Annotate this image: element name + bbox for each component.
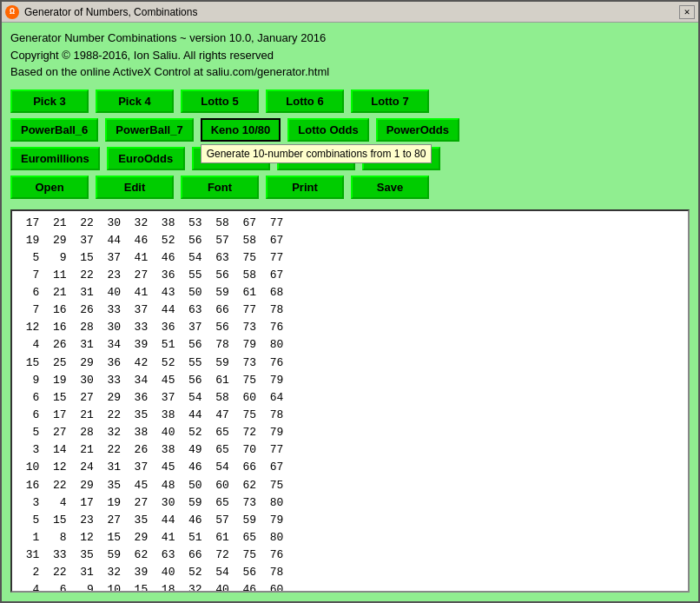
pick3-button[interactable]: Pick 3 bbox=[10, 89, 89, 113]
table-row: 16 22 29 35 45 48 50 60 62 75 bbox=[19, 477, 681, 494]
open-button[interactable]: Open bbox=[10, 176, 89, 199]
title-bar-left: Ω Generator of Numbers, Combinations bbox=[5, 5, 197, 19]
table-row: 3 4 17 19 27 30 59 65 73 80 bbox=[19, 494, 681, 512]
print-button[interactable]: Print bbox=[266, 176, 344, 199]
button-row-2: PowerBall_6 PowerBall_7 Keno 10/80 Gener… bbox=[10, 118, 690, 142]
lotto-odds-button[interactable]: Lotto Odds bbox=[287, 118, 368, 142]
table-row: 19 29 37 44 46 52 56 57 58 67 bbox=[19, 232, 681, 249]
power-odds-button[interactable]: PowerOdds bbox=[376, 118, 459, 142]
pick4-button[interactable]: Pick 4 bbox=[96, 89, 174, 113]
table-row: 5 27 28 32 38 40 52 65 72 79 bbox=[19, 424, 681, 441]
keno-button[interactable]: Keno 10/80 bbox=[201, 118, 281, 142]
table-row: 5 9 15 37 41 46 54 63 75 77 bbox=[19, 249, 681, 267]
table-row: 10 12 24 31 37 45 46 54 66 67 bbox=[19, 459, 681, 476]
app-icon: Ω bbox=[5, 5, 19, 19]
save-button[interactable]: Save bbox=[351, 176, 429, 199]
main-window: Ω Generator of Numbers, Combinations ✕ G… bbox=[0, 0, 700, 603]
lotto7-button[interactable]: Lotto 7 bbox=[351, 89, 429, 113]
button-row-1: Pick 3 Pick 4 Lotto 5 Lotto 6 Lotto 7 bbox=[10, 89, 690, 113]
header-line1: Generator Number Combinations ~ version … bbox=[10, 30, 690, 47]
powerball6-button[interactable]: PowerBall_6 bbox=[10, 118, 98, 142]
data-area[interactable]: 17 21 22 30 32 38 53 58 67 77 19 29 37 4… bbox=[12, 211, 688, 592]
lotto5-button[interactable]: Lotto 5 bbox=[181, 89, 259, 113]
table-row: 6 21 31 40 41 43 50 59 61 68 bbox=[19, 284, 681, 302]
table-row: 31 33 35 59 62 63 66 72 75 76 bbox=[19, 547, 681, 564]
header-line2: Copyright © 1988-2016, Ion Saliu. All ri… bbox=[10, 47, 690, 64]
table-row: 2 22 31 32 39 40 52 54 56 78 bbox=[19, 564, 681, 581]
lotto6-button[interactable]: Lotto 6 bbox=[266, 89, 344, 113]
table-row: 17 21 22 30 32 38 53 58 67 77 bbox=[19, 215, 681, 232]
keno-tooltip-container: Keno 10/80 Generate 10-number combinatio… bbox=[201, 118, 281, 142]
table-row: 4 6 9 10 15 18 32 40 46 60 bbox=[19, 581, 681, 591]
euro-odds-button[interactable]: EuroOdds bbox=[107, 147, 185, 170]
table-row: 1 8 12 15 29 41 51 61 65 80 bbox=[19, 529, 681, 547]
header-info: Generator Number Combinations ~ version … bbox=[2, 23, 698, 84]
table-row: 5 15 23 27 35 44 46 57 59 79 bbox=[19, 512, 681, 529]
table-row: 7 16 26 33 37 44 63 66 77 78 bbox=[19, 302, 681, 319]
window-title: Generator of Numbers, Combinations bbox=[24, 6, 197, 18]
font-button[interactable]: Font bbox=[181, 176, 259, 199]
table-row: 3 14 21 22 26 38 49 65 70 77 bbox=[19, 441, 681, 459]
title-bar: Ω Generator of Numbers, Combinations ✕ bbox=[2, 2, 698, 23]
table-row: 6 17 21 22 35 38 44 47 75 78 bbox=[19, 407, 681, 424]
button-row-4: Open Edit Font Print Save bbox=[10, 176, 690, 199]
edit-button[interactable]: Edit bbox=[96, 176, 174, 199]
euromillions-button[interactable]: Euromillions bbox=[10, 147, 100, 170]
keno-tooltip: Generate 10-number combinations from 1 t… bbox=[201, 144, 433, 163]
header-line3: Based on the online ActiveX Control at s… bbox=[10, 63, 690, 81]
table-row: 6 15 27 29 36 37 54 58 60 64 bbox=[19, 389, 681, 407]
buttons-area: Pick 3 Pick 4 Lotto 5 Lotto 6 Lotto 7 Po… bbox=[2, 84, 698, 209]
table-row: 4 26 31 34 39 51 56 78 79 80 bbox=[19, 336, 681, 354]
table-row: 7 11 22 23 27 36 55 56 58 67 bbox=[19, 267, 681, 284]
close-button[interactable]: ✕ bbox=[679, 5, 695, 19]
powerball7-button[interactable]: PowerBall_7 bbox=[105, 118, 193, 142]
table-row: 12 16 28 30 33 36 37 56 73 76 bbox=[19, 319, 681, 336]
data-area-wrapper: 17 21 22 30 32 38 53 58 67 77 19 29 37 4… bbox=[10, 209, 690, 593]
table-row: 15 25 29 36 42 52 55 59 73 76 bbox=[19, 355, 681, 372]
table-row: 9 19 30 33 34 45 56 61 75 79 bbox=[19, 372, 681, 389]
